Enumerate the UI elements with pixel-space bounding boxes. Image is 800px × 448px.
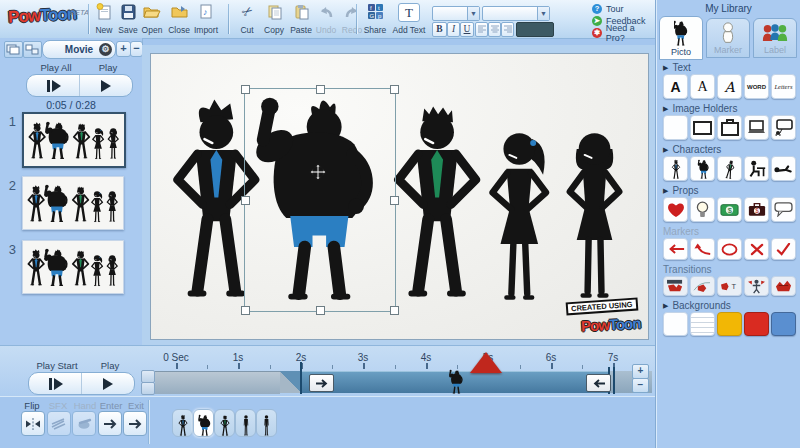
character-lying-tile[interactable]	[771, 156, 796, 181]
marker-x-tile[interactable]	[744, 238, 769, 260]
tab-marker[interactable]: Marker	[706, 18, 750, 58]
slide-sorter-icon[interactable]	[23, 41, 42, 58]
enter-effect-button[interactable]	[98, 411, 122, 436]
resize-handle-sw[interactable]	[241, 306, 250, 315]
timeline-play-button[interactable]	[81, 373, 134, 394]
slide-thumbnail-3[interactable]	[22, 240, 124, 294]
pose-option-5[interactable]	[256, 409, 277, 437]
transition-tile-4[interactable]	[744, 276, 769, 296]
font-color-swatch[interactable]	[516, 22, 554, 37]
share-button[interactable]: f t G p Share	[360, 3, 390, 35]
align-left-button[interactable]	[475, 22, 488, 37]
prop-speech-bubble-tile[interactable]	[771, 197, 796, 222]
tab-movie[interactable]: Movie ⚙	[42, 40, 116, 59]
align-right-button[interactable]	[501, 22, 514, 37]
need-a-pro-link[interactable]: ✱ Need a Pro?	[592, 27, 655, 38]
hand-button[interactable]	[72, 411, 96, 436]
playhead-triangle[interactable]	[470, 352, 502, 373]
section-text[interactable]: ▶Text	[656, 60, 800, 74]
segment-start-marker[interactable]	[300, 362, 302, 394]
transition-tile-5[interactable]	[771, 276, 796, 296]
play-start-button[interactable]	[29, 373, 81, 394]
section-backgrounds[interactable]: ▶Backgrounds	[656, 298, 800, 312]
holder-tv-tile[interactable]	[717, 115, 742, 140]
character-lean-tile[interactable]	[717, 156, 742, 181]
section-props[interactable]: ▶Props	[656, 183, 800, 197]
marker-curved-arrow-tile[interactable]	[690, 238, 715, 260]
section-markers[interactable]: Markers	[656, 224, 800, 238]
underline-button[interactable]: U	[460, 22, 474, 37]
text-tile-3[interactable]: A	[717, 74, 742, 99]
font-size-select[interactable]: ▼	[482, 6, 550, 21]
timeline-zoom-in-button[interactable]: +	[632, 364, 649, 379]
pose-option-1[interactable]	[172, 409, 193, 437]
character-standing-tile[interactable]	[663, 156, 688, 181]
resize-handle-nw[interactable]	[241, 85, 250, 94]
background-yellow-tile[interactable]	[717, 312, 742, 336]
tour-link[interactable]: ? Tour	[592, 3, 624, 14]
prop-bulb-tile[interactable]	[690, 197, 715, 222]
transition-tile-3[interactable]: T	[717, 276, 742, 296]
holder-laptop-tile[interactable]	[744, 115, 769, 140]
holder-blank-tile[interactable]	[663, 115, 688, 140]
prop-heart-tile[interactable]	[663, 197, 688, 222]
align-center-button[interactable]	[488, 22, 501, 37]
resize-handle-w[interactable]	[241, 196, 250, 205]
exit-effect-button[interactable]	[123, 411, 147, 436]
resize-handle-ne[interactable]	[390, 85, 399, 94]
pose-option-4[interactable]	[235, 409, 256, 437]
pose-option-3[interactable]	[214, 409, 235, 437]
section-transitions[interactable]: Transitions	[656, 262, 800, 276]
background-blue-tile[interactable]	[771, 312, 796, 336]
holder-board-tile[interactable]	[771, 115, 796, 140]
enter-effect-handle[interactable]	[309, 374, 334, 392]
play-all-button[interactable]	[27, 75, 79, 96]
character-flex-tile[interactable]	[690, 156, 715, 181]
cut-button[interactable]: ✂ Cut	[232, 3, 262, 35]
transition-tile-1[interactable]	[663, 276, 688, 296]
marker-check-tile[interactable]	[771, 238, 796, 260]
copy-button[interactable]: Copy	[259, 3, 289, 35]
text-tile-letters[interactable]: Letters	[771, 74, 796, 99]
section-image-holders[interactable]: ▶Image Holders	[656, 101, 800, 115]
stage-canvas[interactable]: CREATED USING PowToon	[150, 53, 649, 340]
track-scroll-down-button[interactable]	[141, 382, 155, 395]
add-text-button[interactable]: T Add Text	[390, 3, 428, 35]
tab-label[interactable]: Label	[753, 18, 797, 58]
selection-box[interactable]	[244, 88, 396, 312]
pose-option-2-selected[interactable]	[193, 409, 214, 437]
resize-handle-n[interactable]	[316, 85, 325, 94]
track-intro-segment[interactable]	[155, 371, 280, 394]
transition-tile-2[interactable]	[690, 276, 715, 296]
track-figure-marker[interactable]	[444, 369, 466, 394]
marker-circle-tile[interactable]	[717, 238, 742, 260]
prop-briefcase-tile[interactable]: $	[744, 197, 769, 222]
timeline-zoom-out-button[interactable]: −	[632, 378, 649, 393]
flip-button[interactable]	[21, 411, 45, 436]
slide-thumbnail-1[interactable]	[22, 112, 126, 168]
text-tile-word[interactable]: WORD	[744, 74, 769, 99]
open-button[interactable]: Open	[137, 3, 167, 35]
exit-effect-handle[interactable]	[586, 374, 611, 392]
import-button[interactable]: ♪ Import	[189, 3, 223, 35]
character-sitting-tile[interactable]	[744, 156, 769, 181]
slide-thumbnail-2[interactable]	[22, 176, 124, 230]
tab-picto[interactable]: Picto	[659, 16, 703, 60]
font-family-select[interactable]: ▼	[432, 6, 480, 21]
sfx-button[interactable]	[47, 411, 71, 436]
bold-button[interactable]: B	[432, 22, 447, 37]
text-tile-1[interactable]: A	[663, 74, 688, 99]
slide-view-icon[interactable]	[4, 41, 23, 58]
section-characters[interactable]: ▶Characters	[656, 142, 800, 156]
play-slide-button[interactable]	[79, 75, 132, 96]
marker-arrow-tile[interactable]	[663, 238, 688, 260]
background-white-tile[interactable]	[663, 312, 688, 336]
add-slide-button[interactable]: +	[116, 41, 131, 57]
background-lined-tile[interactable]	[690, 312, 715, 336]
italic-button[interactable]: I	[447, 22, 460, 37]
gear-icon[interactable]: ⚙	[99, 43, 112, 56]
prop-money-tile[interactable]: $	[717, 197, 742, 222]
background-red-tile[interactable]	[744, 312, 769, 336]
holder-frame-tile[interactable]	[690, 115, 715, 140]
text-tile-2[interactable]: A	[690, 74, 715, 99]
